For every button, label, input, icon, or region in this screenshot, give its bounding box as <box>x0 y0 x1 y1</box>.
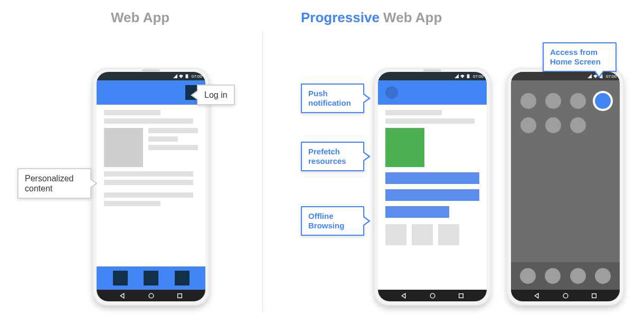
thumbnail-placeholder <box>438 224 459 245</box>
android-nav-bar <box>511 290 620 301</box>
thumbnail-placeholder <box>412 224 433 245</box>
home-icon <box>563 293 569 299</box>
svg-rect-4 <box>467 75 470 78</box>
thumbnail-placeholder <box>385 224 406 245</box>
text-placeholder <box>104 118 193 124</box>
android-nav-bar <box>97 290 205 301</box>
offline-content-bar <box>385 206 449 218</box>
dock-app-icon <box>570 268 586 284</box>
callout-offline: Offline Browsing <box>301 206 364 236</box>
svg-rect-0 <box>186 75 188 78</box>
heading-pwa-rest: Web App <box>380 10 442 25</box>
callout-offline-text: Offline Browsing <box>308 211 344 230</box>
battery-icon <box>466 74 470 78</box>
text-placeholder <box>385 118 475 124</box>
callout-prefetch: Prefetch resources <box>301 142 364 171</box>
svg-point-10 <box>563 293 568 298</box>
text-placeholder <box>148 145 198 150</box>
wifi-icon <box>179 74 183 78</box>
callout-prefetch-text: Prefetch resources <box>308 147 346 165</box>
offline-content-bar <box>385 172 479 184</box>
text-placeholder <box>104 192 193 198</box>
callout-homescreen: Access from Home Screen <box>543 42 617 72</box>
callout-login-text: Log in <box>204 90 228 99</box>
page-content <box>378 105 487 251</box>
back-icon <box>119 293 125 299</box>
offline-content-bar <box>385 189 479 201</box>
home-app-grid <box>511 93 620 133</box>
callout-personalized-text: Personalized content <box>25 174 74 193</box>
svg-point-6 <box>430 293 435 298</box>
heading-web-app: Web App <box>111 10 169 26</box>
status-time: 07:00 <box>606 74 617 79</box>
phone-home-screen: 07:00 <box>507 68 624 306</box>
text-placeholder <box>104 171 193 177</box>
callout-push-text: Push notification <box>308 89 351 107</box>
status-bar: 07:00 <box>97 72 205 80</box>
status-time: 07:00 <box>473 74 484 79</box>
heading-pwa: Progressive Web App <box>301 10 442 26</box>
phone-speaker <box>142 69 160 71</box>
image-placeholder <box>104 128 143 167</box>
wifi-icon <box>460 74 465 78</box>
signal-icon <box>173 74 177 78</box>
back-icon <box>534 293 539 299</box>
svg-rect-7 <box>459 293 463 298</box>
text-placeholder <box>104 110 160 115</box>
callout-push: Push notification <box>301 84 364 113</box>
tab-item-icon <box>113 271 128 285</box>
thumbnail-row <box>385 224 479 245</box>
status-time: 07:00 <box>192 74 202 79</box>
status-bar: 07:00 <box>378 72 487 80</box>
dock-app-icon <box>595 268 611 284</box>
recents-icon <box>177 293 183 299</box>
battery-icon <box>185 74 189 78</box>
text-placeholder <box>148 128 198 133</box>
app-icon <box>520 117 536 133</box>
home-icon <box>148 293 154 299</box>
home-icon <box>430 293 435 299</box>
app-icon <box>520 93 536 109</box>
heading-pwa-accent: Progressive <box>301 10 380 25</box>
text-placeholder <box>385 110 442 115</box>
phone-speaker <box>423 69 441 71</box>
text-placeholder <box>148 136 178 142</box>
tab-item-icon <box>175 271 190 285</box>
dock-app-icon <box>545 268 561 284</box>
phone-web-app: 07:00 <box>92 68 210 306</box>
tab-bar <box>97 266 205 290</box>
phone-pwa: 07:00 <box>374 68 491 306</box>
callout-personalized: Personalized content <box>17 168 91 199</box>
app-icon <box>570 93 586 109</box>
android-nav-bar <box>378 290 487 301</box>
app-icon <box>545 117 561 133</box>
dock-app-icon <box>520 268 536 284</box>
pwa-home-icon <box>595 93 611 109</box>
home-dock <box>511 262 620 290</box>
back-icon <box>401 293 406 299</box>
page-content <box>97 105 205 215</box>
signal-icon <box>588 74 592 78</box>
svg-rect-3 <box>177 293 182 298</box>
push-indicator-icon <box>385 86 398 99</box>
prefetched-image-placeholder <box>385 128 424 167</box>
svg-rect-5 <box>468 74 469 75</box>
app-bar <box>378 80 487 105</box>
signal-icon <box>454 74 459 78</box>
svg-rect-1 <box>186 74 187 75</box>
recents-icon <box>458 293 464 299</box>
app-icon <box>545 93 561 109</box>
text-placeholder <box>104 201 160 206</box>
divider <box>262 32 263 312</box>
text-placeholder <box>104 180 193 185</box>
svg-rect-11 <box>592 293 596 298</box>
recents-icon <box>591 293 597 299</box>
app-icon <box>570 117 586 133</box>
app-bar <box>97 80 205 105</box>
callout-login: Log in <box>197 85 235 105</box>
callout-homescreen-text: Access from Home Screen <box>550 48 601 66</box>
svg-point-2 <box>149 293 154 298</box>
tab-item-icon <box>144 271 158 285</box>
